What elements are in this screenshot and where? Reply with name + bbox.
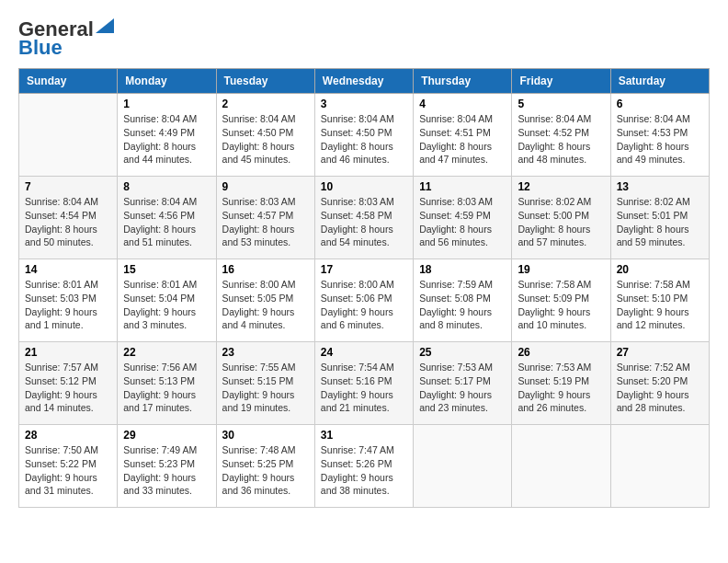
day-number: 22 [123,346,210,359]
calendar-cell: 18Sunrise: 7:59 AMSunset: 5:08 PMDayligh… [414,259,512,342]
calendar-cell: 21Sunrise: 7:57 AMSunset: 5:12 PMDayligh… [19,342,118,425]
day-info: Sunrise: 8:02 AMSunset: 5:01 PMDaylight:… [617,195,703,249]
day-info: Sunrise: 8:04 AMSunset: 4:56 PMDaylight:… [123,195,210,249]
calendar-cell: 26Sunrise: 7:53 AMSunset: 5:19 PMDayligh… [512,342,610,425]
day-number: 20 [617,263,703,276]
calendar-cell: 16Sunrise: 8:00 AMSunset: 5:05 PMDayligh… [216,259,314,342]
day-info: Sunrise: 8:04 AMSunset: 4:51 PMDaylight:… [419,112,506,167]
calendar-cell: 29Sunrise: 7:49 AMSunset: 5:23 PMDayligh… [118,425,216,508]
day-info: Sunrise: 7:50 AMSunset: 5:22 PMDaylight:… [25,443,111,498]
day-number: 28 [25,429,111,442]
day-number: 24 [321,346,407,359]
calendar-cell: 20Sunrise: 7:58 AMSunset: 5:10 PMDayligh… [610,259,709,342]
day-info: Sunrise: 8:00 AMSunset: 5:05 PMDaylight:… [222,278,309,332]
day-number: 17 [321,263,407,276]
calendar-table: SundayMondayTuesdayWednesdayThursdayFrid… [18,68,710,508]
calendar-cell: 11Sunrise: 8:03 AMSunset: 4:59 PMDayligh… [414,177,512,259]
day-number: 3 [321,98,407,110]
week-row-1: 1Sunrise: 8:04 AMSunset: 4:49 PMDaylight… [19,94,710,177]
header-section: General Blue [18,18,710,59]
day-number: 30 [222,429,309,442]
day-number: 25 [419,346,506,359]
day-info: Sunrise: 7:59 AMSunset: 5:08 PMDaylight:… [419,278,506,332]
calendar-cell: 7Sunrise: 8:04 AMSunset: 4:54 PMDaylight… [19,177,118,259]
day-info: Sunrise: 8:01 AMSunset: 5:03 PMDaylight:… [25,278,111,332]
day-info: Sunrise: 8:04 AMSunset: 4:54 PMDaylight:… [25,195,111,249]
calendar-cell [19,94,118,177]
week-row-3: 14Sunrise: 8:01 AMSunset: 5:03 PMDayligh… [19,259,710,342]
day-number: 7 [25,180,111,193]
calendar-cell: 30Sunrise: 7:48 AMSunset: 5:25 PMDayligh… [216,425,314,508]
header-sunday: Sunday [19,69,118,94]
header-thursday: Thursday [414,69,512,94]
day-info: Sunrise: 7:54 AMSunset: 5:16 PMDaylight:… [321,361,407,415]
logo-blue: Blue [18,37,63,59]
day-info: Sunrise: 8:04 AMSunset: 4:49 PMDaylight:… [123,112,210,167]
day-number: 5 [518,98,604,110]
header-friday: Friday [512,69,610,94]
calendar-cell: 24Sunrise: 7:54 AMSunset: 5:16 PMDayligh… [314,342,413,425]
svg-marker-0 [96,18,114,33]
week-row-4: 21Sunrise: 7:57 AMSunset: 5:12 PMDayligh… [19,342,710,425]
day-info: Sunrise: 7:48 AMSunset: 5:25 PMDaylight:… [222,443,309,498]
day-info: Sunrise: 8:03 AMSunset: 4:57 PMDaylight:… [222,195,309,249]
day-number: 31 [321,429,407,442]
day-number: 1 [123,98,210,110]
day-info: Sunrise: 7:56 AMSunset: 5:13 PMDaylight:… [123,361,210,415]
calendar-cell: 1Sunrise: 8:04 AMSunset: 4:49 PMDaylight… [118,94,216,177]
day-number: 6 [617,98,703,110]
day-number: 21 [25,346,111,359]
calendar-cell: 2Sunrise: 8:04 AMSunset: 4:50 PMDaylight… [216,94,314,177]
day-number: 14 [25,263,111,276]
day-info: Sunrise: 7:47 AMSunset: 5:26 PMDaylight:… [321,443,407,498]
day-info: Sunrise: 8:02 AMSunset: 5:00 PMDaylight:… [518,195,604,249]
day-number: 4 [419,98,506,110]
calendar-cell: 15Sunrise: 8:01 AMSunset: 5:04 PMDayligh… [118,259,216,342]
calendar-cell: 23Sunrise: 7:55 AMSunset: 5:15 PMDayligh… [216,342,314,425]
calendar-cell: 31Sunrise: 7:47 AMSunset: 5:26 PMDayligh… [314,425,413,508]
day-number: 18 [419,263,506,276]
day-info: Sunrise: 8:03 AMSunset: 4:58 PMDaylight:… [321,195,407,249]
day-info: Sunrise: 7:49 AMSunset: 5:23 PMDaylight:… [123,443,210,498]
calendar-cell: 25Sunrise: 7:53 AMSunset: 5:17 PMDayligh… [414,342,512,425]
day-info: Sunrise: 8:04 AMSunset: 4:50 PMDaylight:… [222,112,309,167]
day-info: Sunrise: 7:53 AMSunset: 5:19 PMDaylight:… [518,361,604,415]
day-info: Sunrise: 7:55 AMSunset: 5:15 PMDaylight:… [222,361,309,415]
day-info: Sunrise: 7:58 AMSunset: 5:09 PMDaylight:… [518,278,604,332]
calendar-cell: 14Sunrise: 8:01 AMSunset: 5:03 PMDayligh… [19,259,118,342]
day-info: Sunrise: 7:52 AMSunset: 5:20 PMDaylight:… [617,361,703,415]
header-saturday: Saturday [610,69,709,94]
day-info: Sunrise: 8:01 AMSunset: 5:04 PMDaylight:… [123,278,210,332]
day-number: 26 [518,346,604,359]
day-info: Sunrise: 7:58 AMSunset: 5:10 PMDaylight:… [617,278,703,332]
day-number: 8 [123,180,210,193]
calendar-cell: 6Sunrise: 8:04 AMSunset: 4:53 PMDaylight… [610,94,709,177]
calendar-cell: 19Sunrise: 7:58 AMSunset: 5:09 PMDayligh… [512,259,610,342]
calendar-cell: 3Sunrise: 8:04 AMSunset: 4:50 PMDaylight… [314,94,413,177]
calendar-cell: 13Sunrise: 8:02 AMSunset: 5:01 PMDayligh… [610,177,709,259]
day-info: Sunrise: 7:57 AMSunset: 5:12 PMDaylight:… [25,361,111,415]
day-number: 10 [321,180,407,193]
calendar-cell: 28Sunrise: 7:50 AMSunset: 5:22 PMDayligh… [19,425,118,508]
header-monday: Monday [118,69,216,94]
day-number: 13 [617,180,703,193]
calendar-cell: 5Sunrise: 8:04 AMSunset: 4:52 PMDaylight… [512,94,610,177]
calendar-cell: 9Sunrise: 8:03 AMSunset: 4:57 PMDaylight… [216,177,314,259]
logo-icon [96,18,114,33]
day-number: 16 [222,263,309,276]
day-number: 29 [123,429,210,442]
calendar-cell: 10Sunrise: 8:03 AMSunset: 4:58 PMDayligh… [314,177,413,259]
week-row-5: 28Sunrise: 7:50 AMSunset: 5:22 PMDayligh… [19,425,710,508]
day-info: Sunrise: 8:04 AMSunset: 4:52 PMDaylight:… [518,112,604,167]
logo: General Blue [18,18,114,59]
day-info: Sunrise: 8:00 AMSunset: 5:06 PMDaylight:… [321,278,407,332]
day-number: 27 [617,346,703,359]
calendar-cell [610,425,709,508]
calendar-cell: 8Sunrise: 8:04 AMSunset: 4:56 PMDaylight… [118,177,216,259]
calendar-cell: 12Sunrise: 8:02 AMSunset: 5:00 PMDayligh… [512,177,610,259]
calendar-cell [512,425,610,508]
header-tuesday: Tuesday [216,69,314,94]
day-info: Sunrise: 8:03 AMSunset: 4:59 PMDaylight:… [419,195,506,249]
day-number: 2 [222,98,309,110]
day-info: Sunrise: 8:04 AMSunset: 4:50 PMDaylight:… [321,112,407,167]
